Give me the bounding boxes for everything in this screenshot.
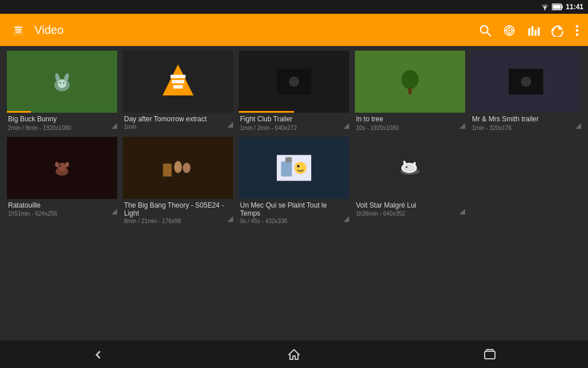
svg-rect-33 bbox=[172, 80, 184, 83]
thumb-content bbox=[239, 51, 349, 113]
video-item-big-bang-theory[interactable]: The Big Bang Theory - S05E24 - Light 8mi… bbox=[123, 137, 233, 225]
equalizer-icon[interactable] bbox=[527, 23, 540, 37]
svg-rect-6 bbox=[15, 29, 22, 30]
video-meta: 8min / 21min - 176x98 bbox=[124, 218, 232, 224]
video-info: Big Buck Bunny 2min / 9min - 1920x1080 bbox=[7, 113, 117, 131]
svg-rect-19 bbox=[531, 26, 533, 36]
video-item-volt[interactable]: Volt Star Malgré Lui 1h36min - 640x352 bbox=[355, 137, 465, 225]
svg-rect-3 bbox=[553, 5, 561, 9]
video-item-un-mec[interactable]: Un Mec Qui se Plaint Tout le Temps 0s / … bbox=[239, 137, 349, 225]
wifi-icon bbox=[540, 3, 550, 10]
video-title: In to tree bbox=[356, 115, 464, 124]
thumb-content bbox=[471, 51, 581, 113]
thumb-content bbox=[355, 51, 465, 113]
video-meta: 1h51min - 624x256 bbox=[8, 210, 116, 217]
video-thumbnail bbox=[471, 51, 581, 113]
video-thumbnail bbox=[7, 137, 117, 199]
expand-corner-icon bbox=[459, 123, 465, 129]
search-icon[interactable] bbox=[479, 23, 492, 37]
recent-button[interactable] bbox=[469, 342, 510, 366]
video-thumbnail bbox=[239, 137, 349, 199]
svg-rect-18 bbox=[528, 28, 531, 36]
video-title: Volt Star Malgré Lui bbox=[356, 201, 464, 210]
video-title: Fight Club Trailer bbox=[240, 115, 348, 124]
svg-point-36 bbox=[289, 76, 299, 87]
svg-line-10 bbox=[487, 32, 490, 36]
svg-rect-2 bbox=[562, 6, 563, 9]
video-info: Day after Tomorrow extract 1min bbox=[123, 113, 233, 130]
svg-point-61 bbox=[406, 166, 408, 168]
top-bar: Video bbox=[0, 14, 588, 46]
video-meta: 1h36min - 640x352 bbox=[356, 210, 464, 217]
video-title: The Big Bang Theory - S05E24 - Light bbox=[124, 201, 232, 218]
top-bar-icons bbox=[479, 23, 579, 37]
svg-rect-34 bbox=[173, 85, 183, 89]
svg-point-22 bbox=[576, 25, 579, 28]
video-info: The Big Bang Theory - S05E24 - Light 8mi… bbox=[123, 199, 233, 225]
video-grid: Big Buck Bunny 2min / 9min - 1920x1080 D… bbox=[7, 51, 581, 224]
video-thumbnail bbox=[355, 51, 465, 113]
svg-rect-7 bbox=[16, 32, 21, 33]
video-title: Big Buck Bunny bbox=[8, 115, 116, 124]
nav-bar bbox=[0, 340, 588, 368]
thumb-content bbox=[7, 137, 117, 199]
video-thumbnail bbox=[123, 51, 233, 113]
status-time: 11:41 bbox=[566, 3, 583, 11]
video-thumbnail bbox=[239, 51, 349, 113]
video-item-in-to-tree[interactable]: In to tree 10s - 1920x1080 bbox=[355, 51, 465, 131]
cast-icon[interactable] bbox=[503, 23, 516, 37]
expand-corner-icon bbox=[227, 122, 233, 128]
back-button[interactable] bbox=[78, 342, 119, 366]
page-title: Video bbox=[34, 24, 472, 37]
svg-rect-39 bbox=[408, 88, 412, 94]
svg-point-13 bbox=[508, 29, 510, 32]
video-item-fight-club[interactable]: Fight Club Trailer 1min / 2min - 640x272 bbox=[239, 51, 349, 131]
video-item-big-buck-bunny[interactable]: Big Buck Bunny 2min / 9min - 1920x1080 bbox=[7, 51, 117, 131]
expand-corner-icon bbox=[343, 216, 349, 222]
video-item-day-after-tomorrow[interactable]: Day after Tomorrow extract 1min bbox=[123, 51, 233, 131]
video-title: Ratatouille bbox=[8, 201, 116, 210]
more-icon[interactable] bbox=[575, 23, 579, 37]
vlc-logo bbox=[9, 21, 28, 39]
svg-point-0 bbox=[544, 9, 546, 10]
svg-rect-53 bbox=[281, 161, 292, 176]
svg-point-56 bbox=[297, 164, 300, 167]
video-meta: 1min - 320x176 bbox=[472, 125, 580, 131]
status-icons: 11:41 bbox=[540, 3, 583, 11]
home-button[interactable] bbox=[273, 342, 315, 366]
video-item-ratatouille[interactable]: Ratatouille 1h51min - 624x256 bbox=[7, 137, 117, 225]
video-item-mr-mrs-smith[interactable]: Mr & Mrs Smith trailer 1min - 320x176 bbox=[471, 51, 581, 131]
video-meta: 1min bbox=[124, 124, 232, 130]
svg-point-50 bbox=[174, 161, 182, 173]
svg-rect-20 bbox=[535, 30, 537, 36]
svg-rect-21 bbox=[537, 27, 540, 36]
video-meta: 1min / 2min - 640x272 bbox=[240, 125, 348, 131]
thumb-content bbox=[355, 137, 465, 199]
svg-point-29 bbox=[60, 82, 61, 83]
refresh-icon[interactable] bbox=[551, 23, 564, 37]
video-info: Ratatouille 1h51min - 624x256 bbox=[7, 199, 117, 217]
video-title: Un Mec Qui se Plaint Tout le Temps bbox=[240, 201, 348, 218]
video-thumbnail bbox=[355, 137, 465, 199]
thumb-content bbox=[123, 51, 233, 113]
video-title: Day after Tomorrow extract bbox=[124, 115, 232, 123]
svg-rect-32 bbox=[171, 75, 185, 78]
thumb-content bbox=[239, 137, 349, 199]
status-bar: 11:41 bbox=[0, 0, 588, 14]
svg-rect-64 bbox=[485, 351, 495, 359]
svg-rect-49 bbox=[163, 163, 172, 177]
expand-corner-icon bbox=[111, 209, 117, 214]
video-info: In to tree 10s - 1920x1080 bbox=[355, 113, 465, 131]
video-meta: 0s / 45s - 432x336 bbox=[240, 218, 348, 224]
expand-corner-icon bbox=[111, 123, 117, 129]
video-meta: 2min / 9min - 1920x1080 bbox=[8, 125, 116, 131]
svg-point-23 bbox=[576, 29, 579, 32]
svg-rect-54 bbox=[285, 157, 292, 162]
video-info: Mr & Mrs Smith trailer 1min - 320x176 bbox=[471, 113, 581, 131]
expand-corner-icon bbox=[459, 209, 465, 214]
svg-point-38 bbox=[401, 70, 419, 89]
expand-corner-icon bbox=[343, 123, 349, 129]
battery-icon bbox=[552, 3, 563, 10]
svg-point-41 bbox=[521, 76, 531, 87]
svg-point-28 bbox=[58, 79, 67, 88]
